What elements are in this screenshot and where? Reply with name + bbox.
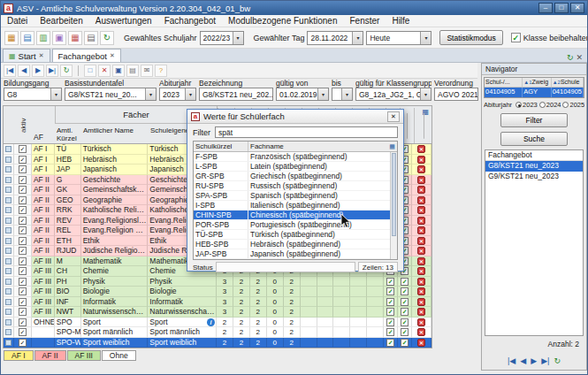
help-icon[interactable]: ? bbox=[155, 65, 167, 77]
menu-bearbeiten[interactable]: Bearbeiten bbox=[34, 15, 88, 27]
dialog-row[interactable]: I-SPBItalienisch (spätbeginnend) bbox=[194, 201, 390, 210]
chevron-down-icon[interactable]: ▾ bbox=[420, 32, 431, 44]
bis-input[interactable]: ▾ bbox=[332, 88, 353, 101]
close-button[interactable]: ✕ bbox=[570, 3, 584, 13]
close-tab-icon[interactable]: ✕ bbox=[110, 52, 115, 59]
aktiv-checkbox[interactable]: ✓ bbox=[19, 257, 27, 265]
heute-select[interactable]: Heute ▾ bbox=[366, 31, 431, 45]
tab-start[interactable]: ▦Start✕ bbox=[3, 49, 50, 62]
maximize-button[interactable]: □ bbox=[554, 3, 569, 13]
mail-icon[interactable]: ✉ bbox=[141, 65, 153, 77]
last-record-icon[interactable]: ▶| bbox=[46, 65, 58, 77]
dialog-title-bar[interactable]: a Werte für Schülerfach ✕ bbox=[187, 110, 403, 124]
fachname-column-header[interactable]: Fachname bbox=[248, 142, 387, 151]
print-record-icon[interactable]: ▤ bbox=[126, 65, 139, 77]
delete-row-button[interactable]: ✕ bbox=[417, 176, 425, 184]
delete-row-button[interactable]: ✕ bbox=[417, 206, 425, 214]
aktiv-checkbox[interactable]: ✓ bbox=[19, 156, 27, 164]
delete-row-button[interactable]: ✕ bbox=[417, 328, 425, 336]
dialog-row[interactable]: HEB-SPBHebräisch (spätbeginnend) bbox=[194, 240, 390, 249]
delete-record-icon[interactable]: ✕ bbox=[98, 65, 111, 77]
aktiv-checkbox[interactable]: ✓ bbox=[19, 145, 27, 153]
klassengruppen-input[interactable]: G8_12a_JG2_1, G8_12b_JG2...▾ bbox=[355, 88, 431, 101]
filter-button[interactable]: Filter bbox=[500, 113, 568, 127]
chevron-down-icon[interactable]: ▾ bbox=[420, 88, 431, 100]
aktiv-checkbox[interactable]: ✓ bbox=[19, 247, 27, 255]
delete-row-button[interactable]: ✕ bbox=[417, 186, 425, 194]
menu-datei[interactable]: Datei bbox=[1, 15, 34, 27]
aktiv-checkbox[interactable]: ✓ bbox=[19, 176, 27, 184]
previous-record-icon[interactable]: ◀ bbox=[18, 65, 30, 77]
fachangebot-item[interactable]: G8/KST21 neu_2023 bbox=[485, 161, 583, 172]
flag-checkbox[interactable]: ✓ bbox=[401, 318, 409, 326]
scrollbar-thumb[interactable] bbox=[392, 153, 396, 236]
delete-row-button[interactable]: ✕ bbox=[417, 165, 425, 173]
menu-modulbezogene-funktionen[interactable]: Modulbezogene Funktionen bbox=[222, 15, 343, 27]
aktiv-checkbox[interactable]: ✓ bbox=[19, 267, 27, 275]
delete-row-button[interactable]: ✕ bbox=[417, 145, 425, 153]
dialog-scrollbar[interactable] bbox=[390, 152, 397, 259]
next-record-icon[interactable]: ▶ bbox=[32, 65, 44, 77]
dialog-row[interactable]: SPA-SPBSpanisch (spätbeginnend) bbox=[194, 191, 390, 201]
dialog-row[interactable]: GR-SPBGriechisch (spätbeginnend) bbox=[194, 172, 390, 181]
verordnung-input[interactable]: AGVO 2021 bbox=[434, 88, 478, 101]
schuljahr-select[interactable]: 2022/23 ▾ bbox=[200, 31, 244, 45]
previous-record-icon[interactable]: ◀ bbox=[520, 355, 526, 367]
close-panel-icon[interactable]: ✕ bbox=[576, 53, 583, 62]
dialog-row[interactable]: CHIN-SPBChinesisch (spätbeginnend) bbox=[194, 210, 390, 220]
first-record-icon[interactable]: |◀ bbox=[508, 355, 515, 367]
calendar-icon[interactable]: ▦ bbox=[68, 31, 82, 45]
chevron-down-icon[interactable]: ▾ bbox=[233, 32, 243, 44]
close-tab-icon[interactable]: ✕ bbox=[39, 52, 44, 59]
aktiv-checkbox[interactable]: ✓ bbox=[19, 339, 27, 347]
minimize-button[interactable]: – bbox=[538, 3, 553, 13]
flag-checkbox[interactable]: ✓ bbox=[386, 298, 394, 306]
print-icon[interactable]: ▤ bbox=[84, 31, 98, 45]
chevron-down-icon[interactable]: ▾ bbox=[317, 88, 328, 100]
table-icon[interactable]: ▤ bbox=[20, 31, 34, 45]
aktiv-checkbox[interactable]: ✓ bbox=[19, 226, 27, 234]
grid-icon[interactable]: ▦ bbox=[4, 31, 19, 45]
flag-checkbox[interactable]: ✓ bbox=[401, 339, 409, 347]
chevron-down-icon[interactable]: ▾ bbox=[352, 32, 363, 44]
menu-fenster[interactable]: Fenster bbox=[344, 15, 386, 27]
dialog-row[interactable]: POR-SPBPortugiesisch (spätbeginnend) bbox=[194, 220, 390, 230]
dialog-row[interactable]: JAP-SPBJapanisch (spätbeginnend) bbox=[194, 249, 390, 259]
menu-auswertungen[interactable]: Auswertungen bbox=[89, 15, 158, 27]
list-icon[interactable]: ▥ bbox=[36, 31, 50, 45]
aktiv-checkbox[interactable]: ✓ bbox=[19, 308, 27, 316]
tab-fachangebot[interactable]: Fachangebot✕ bbox=[52, 49, 121, 62]
dialog-row[interactable]: TÜ-SPBTürkisch (spätbeginnend) bbox=[194, 230, 390, 240]
delete-row-button[interactable]: ✕ bbox=[417, 237, 425, 245]
aktiv-checkbox[interactable]: ✓ bbox=[19, 217, 27, 225]
legend-ohne[interactable]: Ohne bbox=[102, 350, 136, 361]
aktiv-checkbox[interactable]: ✓ bbox=[19, 237, 27, 245]
menu-hilfe[interactable]: Hilfe bbox=[386, 15, 416, 27]
school-row[interactable]: 04104905AGY04104905 bbox=[485, 88, 584, 97]
statistikmodus-button[interactable]: Statistikmodus bbox=[439, 30, 502, 45]
flag-checkbox[interactable]: ✓ bbox=[401, 308, 409, 316]
flag-checkbox[interactable]: ✓ bbox=[386, 308, 394, 316]
af-column-header[interactable]: AF bbox=[32, 133, 55, 142]
delete-row-button[interactable]: ✕ bbox=[417, 247, 425, 255]
suche-button[interactable]: Suche bbox=[500, 132, 568, 146]
flag-checkbox[interactable]: ✓ bbox=[401, 287, 409, 295]
basisstundentafel-input[interactable]: G8/KST21 neu_20...▾ bbox=[65, 88, 157, 101]
aktiv-checkbox[interactable]: ✓ bbox=[19, 278, 27, 286]
legend-af-ii[interactable]: AF II bbox=[34, 350, 66, 361]
delete-row-button[interactable]: ✕ bbox=[417, 318, 425, 326]
aktiv-checkbox[interactable]: ✓ bbox=[19, 298, 27, 306]
aktiv-checkbox[interactable]: ✓ bbox=[19, 206, 27, 214]
table-row[interactable]: ✓AF IIIPHPhysikPhysik32202✓✓✕ bbox=[4, 277, 431, 287]
table-row[interactable]: ✓SPO-MSport männlichSport männlich22202✓… bbox=[4, 327, 431, 338]
dialog-row[interactable]: F-SPBFranzösisch (spätbeginnend) bbox=[194, 152, 390, 162]
legend-af-iii[interactable]: AF III bbox=[67, 350, 101, 361]
delete-row-button[interactable]: ✕ bbox=[417, 257, 425, 265]
delete-row-button[interactable]: ✕ bbox=[417, 339, 425, 347]
new-record-icon[interactable]: □ bbox=[84, 65, 96, 77]
chevron-down-icon[interactable]: ▾ bbox=[341, 88, 352, 100]
table-row[interactable]: ✓OHNESPOSportSporti22202✓✓✕ bbox=[4, 318, 431, 328]
flag-checkbox[interactable]: ✓ bbox=[386, 328, 394, 336]
abiturjahr-input[interactable]: 2023▾ bbox=[159, 88, 196, 101]
chevron-down-icon[interactable]: ▾ bbox=[50, 88, 61, 100]
